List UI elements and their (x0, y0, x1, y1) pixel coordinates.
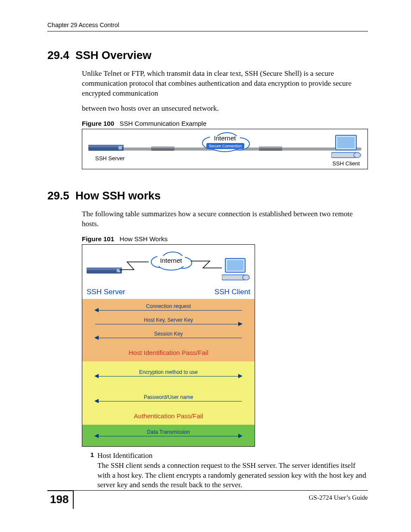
arrow-password: Password/User name (95, 395, 242, 406)
host-id-passfail: Host Identification Pass/Fail (95, 345, 242, 359)
arrow-session-key: Session Key (95, 332, 242, 343)
auth-passfail: Authentication Pass/Fail (95, 409, 242, 422)
internet-cloud-icon: Internet (147, 249, 194, 273)
body-paragraph: Unlike Telnet or FTP, which transmit dat… (82, 69, 368, 99)
section-title: SSH Overview (75, 49, 151, 62)
band-host-identification: Connection request Host Key, Server Key … (82, 299, 255, 361)
figure-caption-100: Figure 100 SSH Communication Example (82, 120, 368, 127)
arrow-encryption-method: Encryption method to use (95, 370, 242, 381)
arrow-label: Encryption method to use (95, 369, 242, 375)
figure-101-headers: SSH Server SSH Client (82, 286, 255, 299)
page-footer: 198 GS-2724 User’s Guide (47, 490, 368, 510)
svg-point-16 (354, 152, 361, 158)
internet-cloud-icon: Internet Secure Connection (197, 131, 253, 154)
body-paragraph: The following table summarizes how a sec… (82, 209, 368, 229)
figure-101-diagram: Internet (82, 244, 255, 447)
svg-rect-10 (151, 146, 174, 148)
section-number: 29.5 (47, 189, 69, 202)
body-paragraph: between two hosts over an unsecured netw… (82, 104, 368, 114)
cloud-label: Internet (214, 134, 237, 142)
secure-connection-label: Secure Connection (209, 144, 242, 148)
section-heading-29-4: 29.4 SSH Overview (47, 49, 368, 62)
client-computer-icon (222, 258, 250, 283)
svg-rect-26 (227, 260, 243, 271)
figure-label-text: How SSH Works (120, 235, 168, 243)
svg-rect-12 (259, 146, 282, 148)
arrow-label: Session Key (95, 331, 242, 337)
router-icon (151, 145, 177, 153)
arrow-label: Host Key, Server Key (95, 317, 242, 323)
svg-rect-15 (331, 152, 356, 158)
band-data-transmission: Data Transmission (82, 425, 255, 446)
svg-point-28 (243, 275, 249, 280)
figure-100-diagram: Internet Secure Connection (82, 129, 368, 169)
numbered-list: 1 Host Identification The SSH client sen… (82, 451, 368, 491)
running-header: Chapter 29 Access Control (47, 22, 368, 31)
ssh-server-header: SSH Server (87, 288, 125, 296)
svg-rect-27 (222, 275, 245, 280)
figure-label-text: SSH Communication Example (120, 120, 207, 127)
section-heading-29-5: 29.5 How SSH works (47, 189, 368, 202)
figure-label-bold: Figure 100 (82, 120, 114, 127)
arrow-host-key: Host Key, Server Key (95, 318, 242, 329)
figure-caption-101: Figure 101 How SSH Works (82, 235, 368, 243)
arrow-label: Connection request (95, 303, 242, 309)
link-line-icon (191, 258, 224, 271)
arrow-label: Data Transmission (95, 429, 242, 435)
section-number: 29.4 (47, 49, 69, 62)
arrow-label: Password/User name (95, 394, 242, 400)
server-icon (88, 142, 128, 154)
cloud-label: Internet (160, 257, 183, 264)
arrow-connection-request: Connection request (95, 304, 242, 315)
svg-rect-8 (118, 146, 122, 149)
list-body: The SSH client sends a connection reques… (97, 461, 366, 489)
svg-rect-7 (88, 145, 124, 147)
router-icon (259, 145, 285, 153)
ssh-client-header: SSH Client (215, 288, 250, 296)
client-label: SSH Client (332, 160, 360, 167)
svg-rect-14 (337, 137, 355, 148)
client-computer-icon (331, 134, 361, 159)
svg-rect-18 (87, 268, 122, 270)
list-number: 1 (82, 451, 97, 491)
link-line-icon (119, 259, 151, 272)
page-number: 198 (47, 490, 74, 509)
server-label: SSH Server (95, 155, 125, 162)
section-title: How SSH works (75, 189, 161, 202)
arrow-data-transmission: Data Transmission (95, 430, 242, 441)
guide-title: GS-2724 User’s Guide (309, 494, 368, 501)
list-head: Host Identification (97, 451, 153, 460)
figure-101-top: Internet (82, 245, 255, 286)
figure-label-bold: Figure 101 (82, 235, 114, 243)
band-authentication: Encryption method to use Password/User n… (82, 361, 255, 425)
